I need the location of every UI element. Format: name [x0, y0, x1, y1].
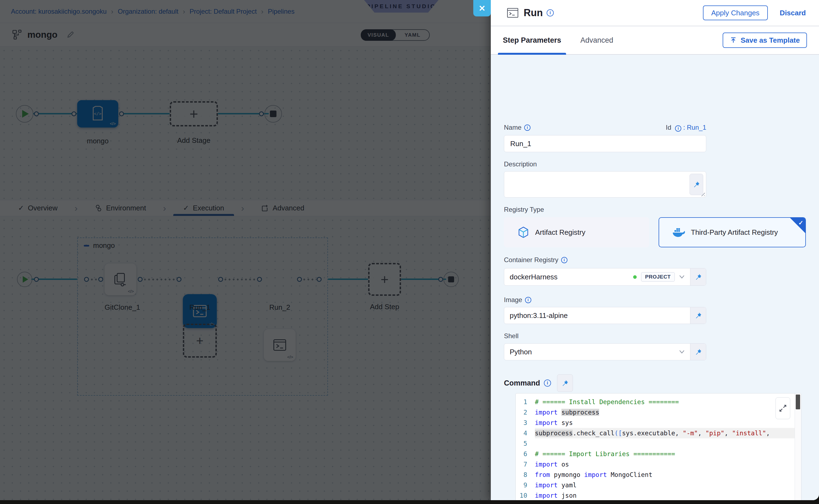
command-label-row: Commandi: [504, 374, 573, 392]
line-number: 1: [516, 397, 535, 407]
line-number: 6: [516, 449, 535, 459]
code-text: import subprocess: [535, 407, 599, 418]
code-text: subprocess.check_call([sys.executable, "…: [535, 428, 770, 438]
code-line: 9import yaml: [516, 480, 801, 490]
chevron-down-icon[interactable]: [679, 350, 685, 354]
drawer-header: Run i Apply Changes Discard: [491, 0, 819, 26]
pin-runtime-input-button[interactable]: [690, 174, 703, 195]
info-icon[interactable]: i: [547, 9, 554, 16]
step-parameters-form: Namei Idi : Run_1 Description Registry T…: [491, 55, 819, 500]
info-icon[interactable]: i: [525, 297, 531, 303]
registry-option-label: Artifact Registry: [535, 228, 586, 237]
command-code-editor[interactable]: 1# ====== Install Dependencies ========2…: [516, 393, 801, 504]
pushpin-icon: [695, 273, 702, 281]
info-icon[interactable]: i: [544, 380, 551, 387]
editor-scrollbar[interactable]: [795, 393, 801, 503]
step-id-row: Idi : Run_1: [504, 124, 706, 132]
line-number: 2: [516, 407, 535, 418]
pipeline-studio-left-pane: Account: kurosakiichigo.songoku › Organi…: [0, 0, 491, 500]
name-input[interactable]: [504, 140, 706, 148]
id-value[interactable]: : Run_1: [683, 124, 706, 131]
id-label: Id: [666, 124, 671, 131]
registry-option-third-party[interactable]: Third-Party Artifact Registry ✓: [659, 217, 806, 247]
code-line: 2import subprocess: [516, 407, 801, 418]
pushpin-icon: [561, 379, 569, 387]
pushpin-icon: [695, 348, 702, 356]
code-text: import json: [535, 490, 577, 501]
expand-icon: [779, 404, 787, 412]
drawer-title: Run: [524, 7, 543, 19]
save-as-template-button[interactable]: Save as Template: [723, 33, 807, 48]
code-lines-container: 1# ====== Install Dependencies ========2…: [516, 393, 801, 501]
line-number: 3: [516, 418, 535, 428]
shell-field-label: Shell: [504, 332, 519, 340]
line-number: 4: [516, 428, 535, 438]
code-text: import sys: [535, 418, 573, 428]
command-field-label: Commandi: [504, 379, 551, 387]
code-text: import yaml: [535, 480, 577, 490]
line-number: 7: [516, 459, 535, 470]
pushpin-icon: [693, 181, 700, 188]
image-field: python:3.11-alpine: [504, 307, 706, 324]
code-line: 4subprocess.check_call([sys.executable, …: [516, 428, 801, 438]
line-number: 5: [516, 438, 535, 449]
chevron-down-icon[interactable]: [679, 275, 685, 279]
run-step-terminal-icon: [507, 7, 519, 18]
code-text: # ====== Import Libraries ===========: [535, 449, 675, 459]
container-registry-value: dockerHarness: [510, 273, 558, 281]
tab-advanced-panel[interactable]: Advanced: [580, 26, 613, 54]
code-line: 8from pymongo import MongoClient: [516, 470, 801, 480]
image-input[interactable]: python:3.11-alpine: [504, 307, 690, 324]
code-line: 6# ====== Import Libraries ===========: [516, 449, 801, 459]
registry-option-artifact-registry[interactable]: Artifact Registry: [504, 217, 649, 247]
pin-runtime-input-button[interactable]: [690, 268, 706, 285]
discard-button[interactable]: Discard: [780, 9, 806, 17]
code-line: 7import os: [516, 459, 801, 470]
shell-select[interactable]: Python: [504, 344, 690, 360]
line-number: 9: [516, 480, 535, 490]
info-icon[interactable]: i: [561, 257, 568, 263]
selected-check-icon: ✓: [798, 219, 803, 227]
pin-runtime-input-button[interactable]: [690, 344, 706, 360]
drawer-tabs: Step Parameters Advanced Save as Templat…: [491, 26, 819, 55]
container-registry-select[interactable]: dockerHarness PROJECT: [504, 268, 690, 285]
apply-changes-button[interactable]: Apply Changes: [703, 5, 768, 20]
image-field-label: Imagei: [504, 296, 531, 304]
name-input-wrap: [504, 135, 706, 152]
registry-option-label: Third-Party Artifact Registry: [691, 228, 778, 237]
desktop-bottom-strip: [0, 500, 819, 504]
code-text: import os: [535, 459, 569, 470]
code-line: 5: [516, 438, 801, 449]
shell-field: Python: [504, 343, 706, 360]
pin-runtime-input-button[interactable]: [557, 374, 573, 392]
close-drawer-button[interactable]: ✕: [473, 0, 491, 16]
line-number: 10: [516, 490, 535, 501]
code-line: 1# ====== Install Dependencies ========: [516, 397, 801, 407]
editor-scrollbar-thumb[interactable]: [796, 395, 800, 409]
shell-value: Python: [510, 348, 532, 356]
save-as-template-label: Save as Template: [741, 36, 800, 45]
info-icon[interactable]: i: [675, 125, 681, 132]
code-text: from pymongo import MongoClient: [535, 470, 652, 480]
upload-icon: [730, 37, 737, 44]
expand-editor-button[interactable]: [775, 397, 790, 419]
description-field-label: Description: [504, 160, 537, 168]
container-registry-label: Container Registryi: [504, 256, 568, 264]
code-line: 10import json: [516, 490, 801, 501]
registry-type-label: Registry Type: [504, 206, 544, 213]
scope-badge: PROJECT: [641, 272, 675, 282]
tab-step-parameters[interactable]: Step Parameters: [503, 26, 561, 54]
pushpin-icon: [695, 312, 702, 319]
line-number: 8: [516, 470, 535, 480]
container-registry-field: dockerHarness PROJECT: [504, 268, 706, 286]
image-value: python:3.11-alpine: [510, 311, 568, 320]
connector-status-dot: [633, 275, 637, 279]
step-config-drawer: Run i Apply Changes Discard Step Paramet…: [491, 0, 819, 500]
code-text: # ====== Install Dependencies ========: [535, 397, 679, 407]
description-textarea[interactable]: [504, 171, 706, 198]
pin-runtime-input-button[interactable]: [690, 307, 706, 324]
artifact-registry-cube-icon: [517, 226, 530, 239]
drawer-dim-overlay[interactable]: [0, 0, 491, 500]
docker-whale-icon: [672, 227, 685, 238]
code-line: 3import sys: [516, 418, 801, 428]
